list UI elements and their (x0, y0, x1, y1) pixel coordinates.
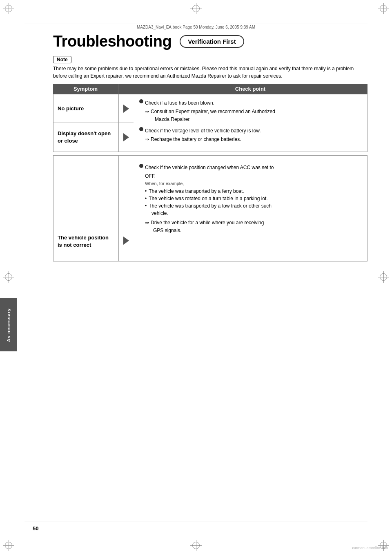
cp-fuse-arrow-text: Consult an Expert repairer, we recommend… (151, 108, 275, 123)
footer-line (24, 521, 368, 521)
side-tab: As necessary (0, 298, 17, 351)
reg-mark-tl (5, 5, 12, 12)
cp-battery-sub: ⇒ Recharge the battery or change batteri… (145, 136, 361, 143)
bullet-icon-1 (139, 99, 143, 103)
arrow-sym-3: ⇒ (145, 219, 149, 227)
bullet-icon-3 (139, 164, 143, 168)
watermark: carmanualsonline.info (352, 546, 388, 550)
cp-turntable: The vehicle was rotated on a turn table … (145, 195, 361, 202)
header-file-info: MAZDA3_Navi_EA.book Page 50 Monday, June… (137, 25, 255, 29)
note-label: Note (53, 56, 71, 63)
cp-acc-text: Check if the vehicle position changed wh… (145, 164, 274, 172)
checkpoint-upper: Check if a fuse has been blown. ⇒ Consul… (134, 94, 367, 152)
table-header: Symptom Check point (53, 84, 368, 94)
cp-acc-line: Check if the vehicle position changed wh… (139, 164, 361, 172)
arrow-no-picture (119, 94, 134, 123)
note-box: Note There may be some problems due to o… (53, 56, 368, 80)
cp-gps-arrow: ⇒ Drive the vehicle for a while where yo… (145, 219, 361, 227)
cp-tow: The vehicle was transported by a tow tra… (145, 202, 361, 210)
arrow-icon-1 (123, 105, 129, 113)
arrow-column-upper (119, 94, 134, 152)
arrow-sym-1: ⇒ (145, 108, 149, 116)
table-section-lower: The vehicle position is not correct Chec… (53, 155, 368, 261)
cp-fuse-text: Check if a fuse has been blown. (145, 99, 214, 107)
cp-acc-off: OFF. (145, 172, 361, 180)
cp-item-acc: Check if the vehicle position changed wh… (139, 164, 361, 235)
cp-battery-text: Check if the voltage level of the vehicl… (145, 127, 261, 135)
reg-mark-tr (380, 5, 387, 12)
reg-mark-bottom (192, 542, 200, 549)
symptom-column-upper: No picture Display doesn't open or close (53, 94, 119, 152)
symptom-vehicle-position: The vehicle position is not correct (53, 156, 118, 261)
reg-mark-bl (5, 542, 12, 549)
cp-item-battery: Check if the voltage level of the vehicl… (139, 127, 361, 143)
cp-item-fuse: Check if a fuse has been blown. ⇒ Consul… (139, 99, 361, 124)
reg-mark-right (380, 273, 387, 281)
cp-battery-line: Check if the voltage level of the vehicl… (139, 127, 361, 135)
symptom-no-picture: No picture (53, 94, 118, 123)
bullet-icon-2 (139, 127, 143, 131)
arrow-vehicle (123, 156, 129, 261)
arrow-sym-2: ⇒ (145, 136, 149, 143)
arrow-display (123, 123, 129, 151)
cp-tow-cont: vehicle. (151, 210, 361, 217)
col-symptom: Symptom (53, 84, 118, 94)
title-row: Troubleshooting Verification First (53, 33, 368, 50)
reg-mark-left (5, 273, 12, 281)
symptom-column-lower: The vehicle position is not correct (53, 156, 119, 261)
col-checkpoint: Check point (133, 84, 368, 94)
checkpoint-lower: Check if the vehicle position changed wh… (134, 156, 367, 261)
header-line: MAZDA3_Navi_EA.book Page 50 Monday, June… (24, 24, 368, 29)
arrow-icon-2 (123, 133, 129, 141)
arrow-column-lower (119, 156, 134, 261)
cp-fuse-sub: ⇒ Consult an Expert repairer, we recomme… (145, 108, 361, 123)
main-content: Troubleshooting Verification First Note … (53, 33, 368, 261)
cp-gps-cont: GPS signals. (153, 227, 361, 235)
symptom-display: Display doesn't open or close (53, 123, 118, 151)
table-section-upper: No picture Display doesn't open or close… (53, 94, 368, 152)
page-number: 50 (33, 525, 38, 532)
reg-mark-top (192, 5, 200, 12)
verification-badge: Verification First (180, 35, 244, 48)
page-title: Troubleshooting (53, 33, 172, 50)
cp-gps-text: Drive the vehicle for a while where you … (151, 219, 264, 227)
note-text: There may be some problems due to operat… (53, 65, 368, 80)
arrow-icon-3 (123, 237, 129, 245)
cp-battery-arrow-text: Recharge the battery or change batteries… (151, 136, 241, 143)
side-tab-label: As necessary (6, 308, 11, 342)
cp-when: When, for example, (145, 180, 361, 188)
cp-fuse-line: Check if a fuse has been blown. (139, 99, 361, 107)
cp-ferry: The vehicle was transported by a ferry b… (145, 188, 361, 195)
